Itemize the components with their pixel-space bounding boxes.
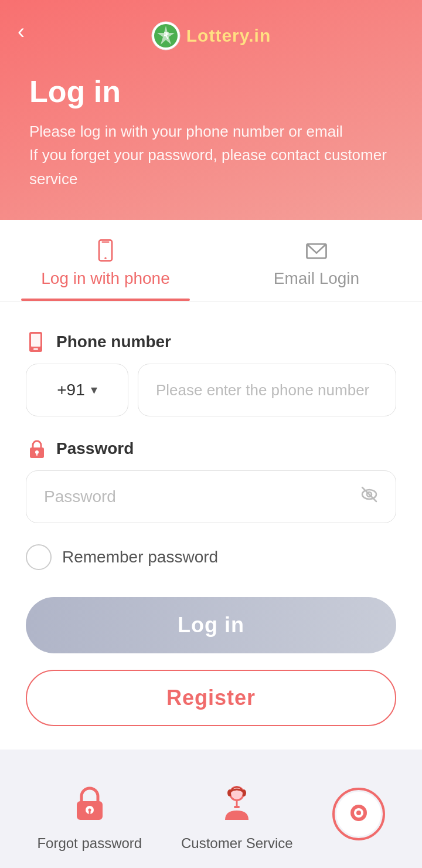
- lock-label-icon: [26, 438, 48, 460]
- svg-rect-25: [234, 806, 240, 808]
- remember-label: Remember password: [62, 548, 218, 567]
- country-code-value: +91: [57, 381, 85, 399]
- forgot-password-icon: [66, 779, 113, 826]
- tab-email[interactable]: Email Login: [211, 220, 422, 301]
- bottom-links: Forgot password Customer Service: [0, 750, 422, 868]
- toggle-password-icon[interactable]: [359, 484, 380, 510]
- country-code-select[interactable]: +91 ▾: [26, 364, 128, 416]
- tab-bar: Log in with phone Email Login: [0, 220, 422, 301]
- phone-field-group: Phone number +91 ▾: [26, 331, 396, 416]
- chat-bubble-icon: [332, 788, 385, 840]
- back-button[interactable]: ‹: [18, 21, 25, 42]
- login-button[interactable]: Log in: [26, 597, 396, 653]
- svg-rect-19: [89, 810, 90, 814]
- svg-point-30: [356, 811, 361, 815]
- svg-rect-8: [31, 334, 40, 347]
- remember-checkbox[interactable]: [26, 544, 52, 570]
- tab-phone-label: Log in with phone: [41, 269, 170, 288]
- password-input[interactable]: [26, 470, 396, 523]
- email-tab-icon: [304, 238, 329, 263]
- svg-rect-9: [33, 348, 38, 350]
- phone-label-icon: [26, 331, 48, 353]
- remember-row: Remember password: [26, 544, 396, 570]
- password-label: Password: [26, 438, 396, 460]
- svg-text:₹: ₹: [163, 31, 168, 40]
- phone-row: +91 ▾: [26, 364, 396, 416]
- phone-label: Phone number: [26, 331, 396, 353]
- phone-input[interactable]: [138, 364, 396, 416]
- form-area: Phone number +91 ▾ Password: [0, 301, 422, 750]
- customer-service-label: Customer Service: [181, 835, 293, 852]
- svg-rect-4: [101, 241, 109, 242]
- chat-bubble-button[interactable]: [332, 788, 385, 843]
- forgot-password-link[interactable]: Forgot password: [37, 779, 142, 852]
- svg-rect-12: [36, 453, 38, 456]
- password-field-group: Password: [26, 438, 396, 523]
- tab-phone[interactable]: Log in with phone: [0, 220, 211, 301]
- header-subtitle: Please log in with your phone number or …: [29, 120, 393, 191]
- logo: ₹ Lottery.in: [151, 21, 271, 50]
- logo-icon: ₹: [151, 21, 181, 50]
- svg-point-5: [104, 257, 106, 259]
- header-content: Log in Please log in with your phone num…: [0, 62, 422, 191]
- customer-service-link[interactable]: Customer Service: [181, 779, 293, 852]
- tab-email-label: Email Login: [274, 269, 359, 288]
- password-wrap: [26, 470, 396, 523]
- top-bar: ‹ ₹ Lottery.in: [0, 0, 422, 62]
- dropdown-chevron-icon: ▾: [91, 382, 97, 398]
- register-button[interactable]: Register: [26, 670, 396, 726]
- forgot-password-label: Forgot password: [37, 835, 142, 852]
- header-section: ‹ ₹ Lottery.in Log in Please log in with…: [0, 0, 422, 220]
- logo-text: Lottery.in: [186, 26, 271, 46]
- customer-service-icon: [213, 779, 260, 826]
- phone-tab-icon: [93, 238, 118, 263]
- page-title: Log in: [29, 74, 393, 109]
